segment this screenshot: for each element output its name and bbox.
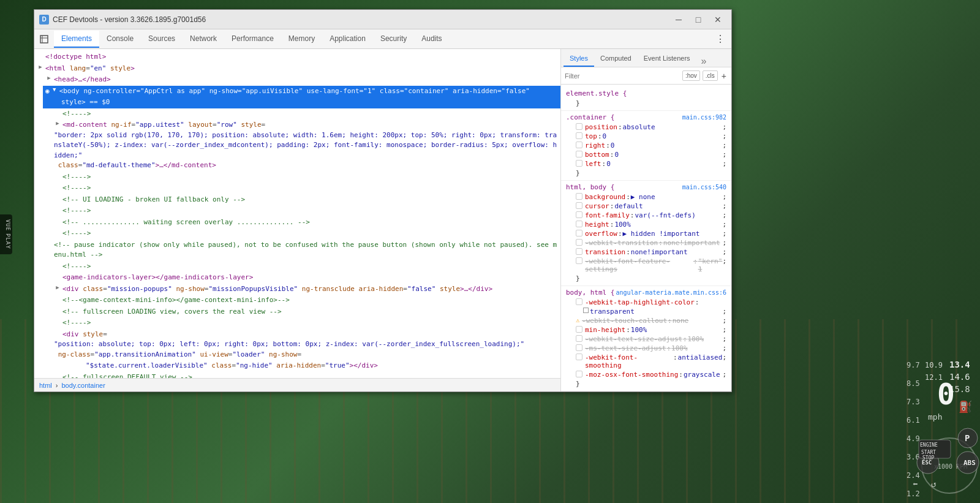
css-prop-min-height[interactable]: min-height : 100% ; [566, 325, 726, 335]
html-content[interactable]: <!doctype html> ▶ <html lang = "en" styl… [34, 49, 560, 378]
css-prop-tap-highlight[interactable]: -webkit-tap-highlight-color : [566, 298, 726, 307]
css-prop-webkit-transition[interactable]: -webkit-transition : none!important ; [566, 238, 726, 248]
more-tools-button[interactable]: ⋮ [712, 31, 729, 48]
game-play-label: play [1, 233, 11, 249]
inspector-icon[interactable] [34, 29, 54, 49]
html-line-1[interactable]: <!doctype html> [34, 51, 560, 63]
css-prop-bottom[interactable]: bottom : 0 ; [566, 150, 726, 159]
html-line-9[interactable]: <!-- UI LOADING - broken UI fallback onl… [51, 194, 560, 206]
expand-arrow-md[interactable]: ▶ [54, 120, 61, 127]
css-checkbox-ms-text-size[interactable] [576, 344, 582, 351]
css-checkbox-position[interactable] [576, 123, 582, 130]
css-prop-cursor[interactable]: cursor : default ; [566, 202, 726, 211]
css-prop-transparent[interactable]: transparent ; [566, 307, 726, 316]
css-prop-background[interactable]: background : ▶ none ; [566, 192, 726, 202]
css-prop-overflow[interactable]: overflow : ▶ hidden !important ; [566, 229, 726, 238]
status-html-crumb[interactable]: html [39, 382, 52, 389]
minimize-button[interactable]: ─ [670, 13, 687, 26]
styles-tabs-more[interactable]: » [699, 56, 709, 67]
tab-sources[interactable]: Sources [141, 31, 183, 48]
color-swatch-transparent[interactable] [583, 308, 589, 313]
css-checkbox-tap-highlight[interactable] [576, 298, 582, 305]
expand-arrow-html[interactable]: ▶ [37, 64, 44, 71]
tab-console[interactable]: Console [99, 31, 141, 48]
css-prop-webkit-font-feature[interactable]: -webkit-font-feature-settings : "kern" 1… [566, 257, 726, 274]
css-checkbox-font-family[interactable] [576, 211, 582, 218]
expand-arrow-mission[interactable]: ▶ [54, 284, 61, 292]
html-line-10[interactable]: <!----> [51, 205, 560, 217]
html-line-7[interactable]: <!----> [51, 172, 560, 183]
css-prop-height[interactable]: height : 100% ; [566, 220, 726, 229]
tab-elements[interactable]: Elements [54, 31, 99, 48]
css-prop-webkit-text-size[interactable]: -webkit-text-size-adjust : 100% ; [566, 335, 726, 344]
tab-event-listeners[interactable]: Event Listeners [638, 51, 696, 67]
html-line-20[interactable]: <div style = "position: absolute; top: 0… [51, 329, 560, 361]
css-prop-position[interactable]: position : absolute ; [566, 123, 726, 132]
maximize-button[interactable]: □ [690, 13, 707, 26]
html-line-8[interactable]: <!----> [51, 183, 560, 194]
css-checkbox-webkit-transition[interactable] [576, 239, 582, 246]
css-checkbox-height[interactable] [576, 221, 582, 227]
filter-input[interactable] [565, 70, 680, 82]
html-line-13[interactable]: <!-- pause indicator (show only while pa… [51, 240, 560, 261]
html-line-16[interactable]: ▶ <div class = "mission-popups" ng-show … [51, 284, 560, 295]
tab-memory[interactable]: Memory [281, 31, 322, 48]
html-line-4b-selected[interactable]: style> == $0 [43, 97, 560, 108]
css-prop-moz-osx[interactable]: -moz-osx-font-smoothing : grayscale ; [566, 370, 726, 379]
add-style-button[interactable]: + [720, 71, 728, 81]
html-line-3[interactable]: ▶ <head>…</head> [43, 74, 560, 86]
css-source-body-html[interactable]: angular-materia.mate.min.css:6 [616, 289, 726, 296]
css-checkbox-min-height[interactable] [576, 326, 582, 333]
tab-performance[interactable]: Performance [224, 31, 281, 48]
hov-button[interactable]: :hov [682, 70, 700, 81]
css-prop-ms-text-size[interactable]: -ms-text-size-adjust : 100% ; [566, 344, 726, 353]
css-checkbox-overflow[interactable] [576, 230, 582, 236]
expand-arrow-head[interactable]: ▶ [45, 75, 53, 82]
html-line-17[interactable]: <!--<game-context-mini-info></game-conte… [51, 295, 560, 306]
html-line-20b[interactable]: "$state.current.loaderVisible" class = "… [60, 360, 560, 372]
cls-button[interactable]: .cls [703, 70, 718, 81]
expand-arrow-body[interactable]: ▼ [51, 86, 58, 94]
css-source-container[interactable]: main.css:982 [682, 114, 726, 121]
css-checkbox-top[interactable] [576, 132, 582, 139]
html-line-4-selected[interactable]: ◉ ▼ <body ng-controller= "AppCtrl as app… [43, 86, 560, 97]
html-line-12[interactable]: <!----> [51, 228, 560, 240]
css-checkbox-transition[interactable] [576, 248, 582, 255]
html-line-5[interactable]: <!----> [51, 108, 560, 120]
css-checkbox-bottom[interactable] [576, 151, 582, 157]
html-line-2[interactable]: ▶ <html lang = "en" style > [34, 63, 560, 75]
css-checkbox-right[interactable] [576, 142, 582, 148]
css-checkbox-webkit-text-size[interactable] [576, 335, 582, 342]
css-checkbox-moz-osx[interactable] [576, 371, 582, 377]
html-line-21[interactable]: <!-- fullscreen DEFAULT view --> [51, 372, 560, 379]
tab-application[interactable]: Application [322, 31, 373, 48]
css-prop-webkit-font-smoothing[interactable]: -webkit-font-smoothing : antialiased ; [566, 353, 726, 370]
css-prop-left[interactable]: left : 0 ; [566, 159, 726, 168]
html-line-11[interactable]: <!-- .............. waiting screen overl… [51, 217, 560, 229]
css-checkbox-webkit-font-feature[interactable] [576, 257, 582, 264]
html-line-6[interactable]: ▶ <md-content ng-if = "app.uitest" layou… [51, 119, 560, 172]
tab-computed[interactable]: Computed [594, 51, 638, 67]
css-prop-right[interactable]: right : 0 ; [566, 141, 726, 150]
css-checkbox-background[interactable] [576, 193, 582, 200]
css-prop-top[interactable]: top : 0 ; [566, 132, 726, 141]
css-source-html-body[interactable]: main.css:540 [682, 184, 726, 191]
html-line-15[interactable]: <game-indicators-layer></game-indicators… [51, 272, 560, 284]
html-line-14[interactable]: <!----> [51, 261, 560, 273]
styles-tabs: Styles Computed Event Listeners » [561, 49, 731, 67]
tab-styles[interactable]: Styles [564, 51, 594, 67]
html-line-18[interactable]: <!-- fullscreen LOADING view, covers the… [51, 306, 560, 318]
css-prop-transition[interactable]: transition : none!important ; [566, 248, 726, 257]
status-body-crumb[interactable]: body.container [61, 382, 105, 389]
css-content[interactable]: element.style { } .container { main.css:… [561, 85, 731, 391]
html-line-19[interactable]: <!----> [51, 317, 560, 329]
css-checkbox-left[interactable] [576, 160, 582, 167]
tab-network[interactable]: Network [183, 31, 224, 48]
css-checkbox-cursor[interactable] [576, 202, 582, 209]
tab-security[interactable]: Security [373, 31, 414, 48]
css-checkbox-webkit-font-smoothing[interactable] [576, 354, 582, 360]
css-prop-touch-callout[interactable]: ⚠ -webkit-touch-callout : none ; [566, 316, 726, 325]
css-prop-font-family[interactable]: font-family : var(--fnt-defs) ; [566, 211, 726, 220]
tab-audits[interactable]: Audits [414, 31, 449, 48]
close-button[interactable]: ✕ [709, 13, 726, 26]
